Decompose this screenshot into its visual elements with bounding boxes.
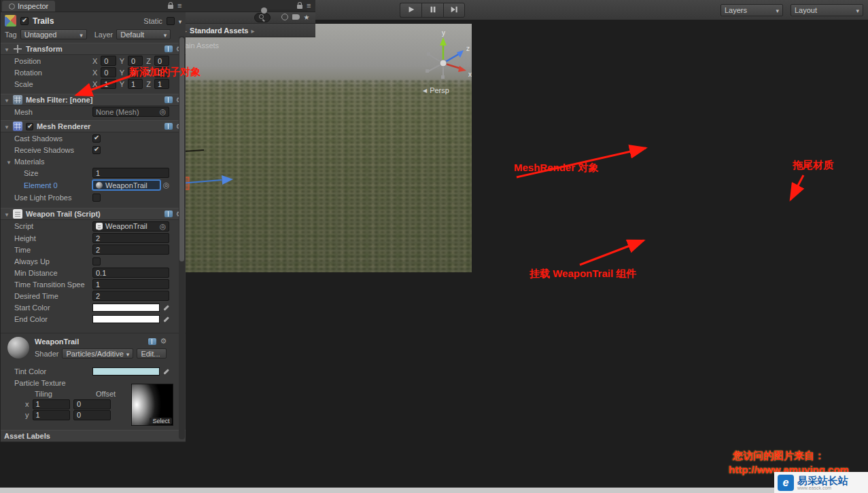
- help-book-icon[interactable]: [164, 45, 173, 52]
- lock-icon[interactable]: [168, 5, 173, 9]
- receive-shadows-row: Receive Shadows: [1, 144, 186, 156]
- weapon-trail-header[interactable]: Weapon Trail (Script): [1, 208, 186, 220]
- gameobject-header: Trails Static: [1, 12, 186, 28]
- tint-color-swatch[interactable]: [92, 367, 160, 376]
- materials-foldout[interactable]: Materials: [1, 156, 186, 167]
- component-enabled-checkbox[interactable]: [26, 123, 33, 130]
- axis-gizmo[interactable]: y z x: [415, 29, 472, 88]
- shader-edit-button[interactable]: Edit...: [137, 348, 167, 359]
- inspector-scrollbar[interactable]: [179, 36, 185, 439]
- object-picker-icon[interactable]: [163, 181, 170, 189]
- particle-texture-preview[interactable]: Select: [131, 384, 173, 426]
- foldout-open-icon[interactable]: [4, 122, 10, 130]
- position-z-field[interactable]: 0: [154, 56, 169, 66]
- eyedropper-icon[interactable]: [162, 316, 169, 323]
- panel-menu-icon[interactable]: [307, 1, 311, 10]
- material-element0-field[interactable]: WeaponTrail: [92, 180, 160, 190]
- start-color-swatch[interactable]: [92, 304, 160, 312]
- object-picker-icon[interactable]: [160, 222, 167, 231]
- time-transition-speed-field[interactable]: 1: [92, 279, 169, 289]
- inspector-tab[interactable]: Inspector: [2, 1, 55, 12]
- height-row: Height 2: [1, 232, 186, 244]
- transform-header[interactable]: Transform: [1, 43, 186, 55]
- foldout-open-icon[interactable]: [4, 45, 10, 53]
- transform-icon: [13, 44, 22, 54]
- panel-menu-icon[interactable]: [177, 1, 181, 10]
- persp-toggle[interactable]: Persp: [423, 86, 449, 94]
- use-light-probes-checkbox[interactable]: [92, 194, 101, 202]
- texture-select-button[interactable]: Select: [150, 418, 172, 424]
- thumbnail-zoom-slider[interactable]: [260, 10, 307, 12]
- breadcrumb-current[interactable]: Standard Assets: [190, 26, 248, 35]
- tag-dropdown[interactable]: Untagged: [20, 29, 87, 39]
- static-checkbox[interactable]: [167, 17, 175, 25]
- position-x-field[interactable]: 0: [101, 56, 116, 66]
- static-label: Static: [143, 17, 162, 25]
- materials-size-field[interactable]: 1: [92, 168, 169, 178]
- foldout-open-icon[interactable]: [4, 210, 10, 218]
- annotation-arrow-trail-material: [779, 171, 817, 205]
- tiling-y-field[interactable]: 1: [33, 410, 70, 420]
- saved-search-icon[interactable]: [304, 13, 310, 21]
- offset-y-field[interactable]: 0: [73, 410, 111, 420]
- status-bar: [0, 488, 868, 493]
- static-flags-arrow-icon[interactable]: [179, 17, 182, 25]
- annotation-weapon-trail-note: 挂载 WeaponTrail 组件: [530, 268, 636, 280]
- watermark-line1: 您访问的图片来自：: [733, 450, 824, 462]
- foldout-open-icon[interactable]: [6, 158, 12, 166]
- search-by-type-icon[interactable]: [281, 14, 288, 20]
- layout-label: Layout: [795, 6, 817, 14]
- always-up-checkbox[interactable]: [92, 257, 101, 266]
- help-book-icon[interactable]: [164, 211, 173, 217]
- min-distance-field[interactable]: 0.1: [92, 268, 169, 278]
- mesh-field[interactable]: None (Mesh): [92, 107, 169, 117]
- chevron-down-icon: [856, 6, 859, 14]
- material-section: WeaponTrail Shader Particles/Additive Ed…: [1, 333, 186, 420]
- position-y-field[interactable]: 0: [128, 56, 143, 66]
- tint-color-row: Tint Color: [1, 365, 186, 377]
- layout-dropdown[interactable]: Layout: [791, 4, 863, 16]
- search-by-label-icon[interactable]: [292, 14, 300, 20]
- object-picker-icon[interactable]: [160, 107, 167, 116]
- position-row: Position X0 Y0 Z0: [1, 55, 186, 67]
- chevron-down-icon: [776, 6, 779, 14]
- active-checkbox[interactable]: [20, 17, 29, 25]
- play-button[interactable]: [400, 3, 421, 18]
- chevron-down-icon: [126, 350, 130, 358]
- object-name[interactable]: Trails: [33, 16, 139, 26]
- search-icon: [259, 14, 266, 21]
- site-logo-icon: e: [778, 475, 794, 491]
- help-book-icon[interactable]: [164, 96, 173, 103]
- lock-icon[interactable]: [297, 5, 302, 9]
- mesh-renderer-header[interactable]: Mesh Renderer: [1, 120, 186, 132]
- scale-z-field[interactable]: 1: [154, 79, 169, 89]
- layers-dropdown[interactable]: Layers: [721, 4, 783, 16]
- tiling-x-field[interactable]: 1: [33, 399, 70, 409]
- asset-labels-header[interactable]: Asset Labels: [1, 430, 186, 442]
- project-search-input[interactable]: [254, 13, 271, 22]
- cast-shadows-checkbox[interactable]: [92, 134, 101, 143]
- eyedropper-icon[interactable]: [162, 304, 169, 311]
- offset-x-field[interactable]: 0: [73, 399, 111, 409]
- help-book-icon[interactable]: [164, 123, 173, 130]
- step-button[interactable]: [443, 3, 465, 18]
- time-field[interactable]: 2: [92, 244, 169, 255]
- pause-button[interactable]: [421, 3, 443, 18]
- transform-title: Transform: [26, 45, 63, 53]
- foldout-open-icon[interactable]: [4, 96, 10, 104]
- script-field[interactable]: WeaponTrail: [92, 221, 169, 232]
- end-color-swatch[interactable]: [92, 315, 160, 323]
- layer-dropdown[interactable]: Default: [116, 29, 171, 39]
- height-field[interactable]: 2: [92, 233, 169, 243]
- settings-gear-icon[interactable]: [160, 337, 167, 346]
- help-book-icon[interactable]: [148, 338, 156, 345]
- receive-shadows-checkbox[interactable]: [92, 146, 101, 154]
- slider-thumb[interactable]: [261, 7, 267, 14]
- eyedropper-icon[interactable]: [162, 368, 169, 375]
- inspector-tab-icon: [9, 3, 15, 10]
- script-row: Script WeaponTrail: [1, 220, 186, 232]
- chevron-down-icon: [80, 31, 83, 39]
- material-preview-sphere: [7, 337, 29, 359]
- shader-dropdown[interactable]: Particles/Additive: [62, 348, 133, 359]
- desired-time-field[interactable]: 2: [92, 291, 169, 301]
